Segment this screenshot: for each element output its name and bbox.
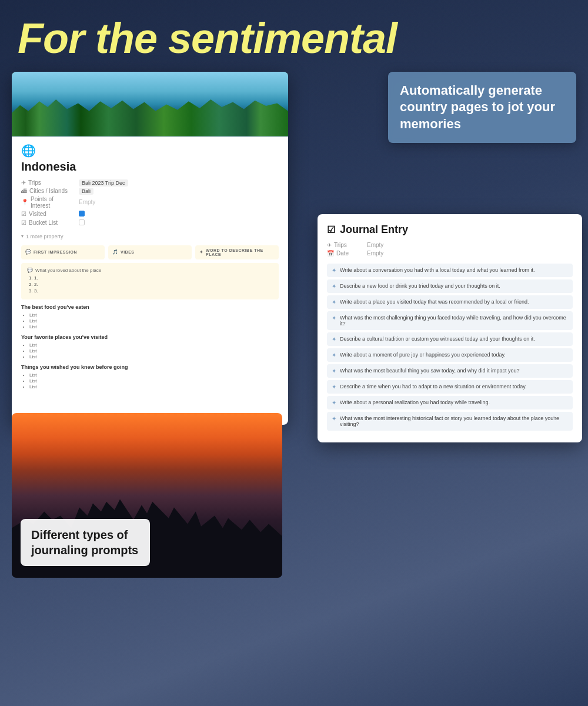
prop-cities: 🏙 Cities / Islands Bali <box>21 188 279 194</box>
indonesia-page-title: Indonesia <box>21 160 279 174</box>
globe-icon: 🌐 <box>21 144 279 158</box>
prompt-text-6: Write about a moment of pure joy or happ… <box>340 352 506 358</box>
bottom-section: Different types of journaling prompts <box>12 413 576 578</box>
things-section-title: Things you wished you knew before going <box>21 364 279 370</box>
bucket-checkbox[interactable] <box>79 219 85 225</box>
first-impression-callout: 💬 FIRST IMPRESSION <box>21 245 105 259</box>
prompt-icon-4: ✦ <box>332 315 336 321</box>
loved-callout-header: 💬 What you loved about the place <box>27 268 273 273</box>
main-area: 🌐 Indonesia ✈ Trips Bali 2023 Trip Dec <box>0 72 588 578</box>
food-item-1: List <box>29 312 279 318</box>
places-item-2: List <box>29 348 279 354</box>
prop-cities-value: Bali <box>79 188 93 194</box>
loved-icon: 💬 <box>27 268 33 273</box>
callout-row-1: 💬 FIRST IMPRESSION 🎵 VIBES ✦ WORD TO DES… <box>21 245 279 259</box>
edit-icon: ☑ <box>327 224 335 235</box>
prompt-text-4: What was the most challenging thing you … <box>340 315 568 327</box>
journal-entry-page: ☑ Journal Entry ✈ Trips Empty <box>318 214 582 442</box>
word-callout: ✦ WORD TO DESCRIBE THE PLACE <box>195 245 279 259</box>
loved-item-2: 2. <box>34 282 273 287</box>
prompt-text-5: Describe a cultural tradition or custom … <box>340 336 535 342</box>
journal-date-value: Empty <box>367 250 383 257</box>
notion-properties: ✈ Trips Bali 2023 Trip Dec 🏙 Cities / Is… <box>21 179 279 227</box>
journal-properties: ✈ Trips Empty 📅 Date Empty <box>327 242 573 257</box>
location-icon: 📍 <box>21 199 28 205</box>
city-icon: 🏙 <box>21 188 27 194</box>
journal-date-label: 📅 Date <box>327 250 362 257</box>
prompt-text-9: Write about a personal realization you h… <box>340 399 490 405</box>
prompt-icon-6: ✦ <box>332 352 336 358</box>
page-header: For the sentimental <box>0 0 588 72</box>
prompt-icon-8: ✦ <box>332 384 336 390</box>
journal-prompt-1: ✦Write about a conversation you had with… <box>327 264 573 277</box>
food-section-title: The best food you've eaten <box>21 304 279 310</box>
auto-generate-callout: Automatically generate country pages to … <box>388 72 576 144</box>
prop-visited: ☑ Visited <box>21 211 279 218</box>
journal-trips-label: ✈ Trips <box>327 242 362 248</box>
places-list: List List List <box>21 342 279 359</box>
prop-bucket: ☑ Bucket List <box>21 219 279 227</box>
prop-bucket-value <box>79 219 85 227</box>
journal-prompt-5: ✦Describe a cultural tradition or custom… <box>327 332 573 346</box>
prop-points-value: Empty <box>79 199 95 205</box>
prompt-icon-1: ✦ <box>332 267 336 274</box>
prop-points: 📍 Points of Interest Empty <box>21 196 279 209</box>
notion-page-body: 🌐 Indonesia ✈ Trips Bali 2023 Trip Dec <box>12 136 288 401</box>
callout-emoji-1: 💬 <box>25 249 31 255</box>
places-item-1: List <box>29 342 279 348</box>
page-title: For the sentimental <box>18 16 570 61</box>
loved-item-1: 1. <box>34 275 273 281</box>
prop-visited-value <box>79 211 85 218</box>
prompt-icon-7: ✦ <box>332 368 336 374</box>
right-column: Automatically generate country pages to … <box>298 72 576 425</box>
prop-trips-value: Bali 2023 Trip Dec <box>79 179 128 186</box>
top-section: 🌐 Indonesia ✈ Trips Bali 2023 Trip Dec <box>12 72 576 425</box>
plane-icon: ✈ <box>21 179 26 186</box>
callout-emoji-3: ✦ <box>199 249 203 255</box>
bucket-icon: ☑ <box>21 219 26 226</box>
prompt-text-1: Write about a conversation you had with … <box>340 267 535 273</box>
prompt-text-7: What was the most beautiful thing you sa… <box>340 368 520 374</box>
callout-emoji-2: 🎵 <box>112 249 118 255</box>
prompt-icon-2: ✦ <box>332 283 336 289</box>
prompt-text-2: Describe a new food or drink you tried t… <box>340 283 500 289</box>
checkbox-checked-icon: ☑ <box>21 211 26 217</box>
journal-prompt-8: ✦Describe a time when you had to adapt t… <box>327 380 573 394</box>
journal-page-title: ☑ Journal Entry <box>327 224 573 236</box>
food-item-3: List <box>29 324 279 329</box>
food-list: List List List <box>21 312 279 329</box>
prop-cities-label: 🏙 Cities / Islands <box>21 188 74 194</box>
journal-prompt-2: ✦Describe a new food or drink you tried … <box>327 279 573 293</box>
places-section-title: Your favorite places you've visited <box>21 334 279 340</box>
journal-trips-value: Empty <box>367 242 383 248</box>
journal-prompt-6: ✦Write about a moment of pure joy or hap… <box>327 348 573 362</box>
things-list: List List List <box>21 372 279 389</box>
loved-item-3: 3. <box>34 288 273 294</box>
more-props[interactable]: ▾ 1 more property <box>21 234 279 239</box>
chevron-down-icon: ▾ <box>21 234 24 239</box>
loved-list: 1. 2. 3. <box>27 275 273 294</box>
journal-prompt-3: ✦Write about a place you visited today t… <box>327 295 573 309</box>
journal-prompt-4: ✦What was the most challenging thing you… <box>327 311 573 330</box>
journal-prompts-list: ✦Write about a conversation you had with… <box>327 264 573 431</box>
island-scene <box>12 72 288 136</box>
calendar-icon: 📅 <box>327 250 334 257</box>
prompt-icon-9: ✦ <box>332 399 336 406</box>
indonesia-notion-page: 🌐 Indonesia ✈ Trips Bali 2023 Trip Dec <box>12 72 288 425</box>
things-item-1: List <box>29 372 279 378</box>
prop-trips: ✈ Trips Bali 2023 Trip Dec <box>21 179 279 186</box>
places-item-3: List <box>29 354 279 359</box>
vibes-callout: 🎵 VIBES <box>108 245 192 259</box>
things-item-3: List <box>29 384 279 389</box>
journal-prompt-9: ✦Write about a personal realization you … <box>327 396 573 409</box>
things-item-2: List <box>29 378 279 384</box>
journal-prop-trips: ✈ Trips Empty <box>327 242 573 248</box>
prop-trips-label: ✈ Trips <box>21 179 74 186</box>
journal-plane-icon: ✈ <box>327 242 332 248</box>
journaling-callout: Different types of journaling prompts <box>21 519 150 566</box>
food-item-2: List <box>29 318 279 324</box>
notion-cover-image <box>12 72 288 136</box>
visited-checkbox[interactable] <box>79 211 85 217</box>
prompt-text-8: Describe a time when you had to adapt to… <box>340 384 527 389</box>
prop-points-label: 📍 Points of Interest <box>21 196 74 209</box>
